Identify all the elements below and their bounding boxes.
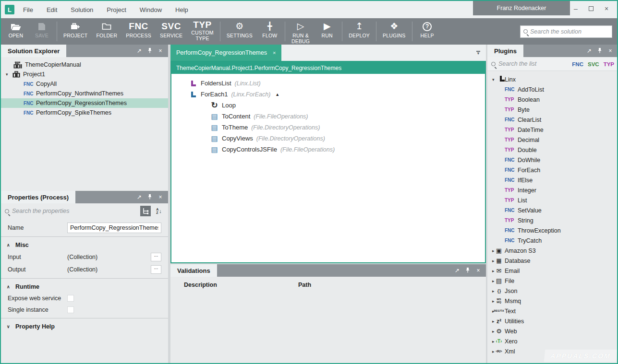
expander-icon[interactable]: ▸	[487, 279, 494, 283]
float-icon[interactable]: ↗	[585, 47, 594, 54]
run-button[interactable]: ▶ RUN	[314, 18, 340, 45]
service-button[interactable]: SVC SERVICE	[156, 18, 187, 45]
flow-node[interactable]: Loop	[171, 100, 485, 111]
document-tab[interactable]: PerformCopy_RegressionThemes ×	[170, 45, 281, 61]
plugin-group[interactable]: ▸ Database	[487, 256, 618, 266]
menu-item[interactable]: Window	[137, 6, 172, 13]
expander-icon[interactable]: ▾	[487, 77, 494, 82]
expander-icon[interactable]: ▸	[487, 329, 494, 334]
flow-node[interactable]: ToContent (File.FileOperations)	[171, 111, 485, 122]
plugin-group[interactable]: ▸ Utilities	[487, 316, 618, 326]
tab-list-dropdown-icon[interactable]: ▼	[476, 51, 480, 55]
settings-button[interactable]: ⚙ SETTINGS	[222, 18, 257, 45]
close-icon[interactable]: ×	[156, 194, 165, 200]
maximize-button[interactable]	[583, 1, 599, 16]
flow-node[interactable]: CopyControlsJSFile (File.FileOperations)	[171, 144, 485, 155]
property-help-section-header[interactable]: ∨ Property Help	[1, 321, 168, 332]
plugin-item[interactable]: TYP Byte	[487, 105, 618, 115]
expander-icon[interactable]: ▸	[487, 299, 494, 304]
plugin-item[interactable]: TYP Boolean	[487, 94, 618, 105]
plugins-search[interactable]	[491, 60, 565, 67]
plugin-item[interactable]: FNC ClearList	[487, 115, 618, 125]
plugin-group[interactable]: ▸ Email	[487, 266, 618, 276]
plugin-item[interactable]: FNC DoWhile	[487, 155, 618, 165]
process-node[interactable]: FNC CopyAll	[1, 79, 168, 89]
solution-search-input[interactable]	[530, 28, 609, 35]
plugin-group[interactable]: ▸ Xero	[487, 336, 618, 346]
name-field[interactable]	[67, 223, 161, 233]
folder-button[interactable]: FOLDER	[92, 18, 121, 45]
expander-icon[interactable]: ▸	[487, 248, 494, 253]
project-button[interactable]: PROJECT	[59, 18, 92, 45]
help-button[interactable]: ? HELP	[414, 18, 440, 45]
filter-toggle[interactable]: FNC	[572, 61, 583, 67]
sort-az-button[interactable]: A Z↓	[154, 206, 164, 216]
run-debug-button[interactable]: ▷ RUN & DEBUG	[287, 18, 314, 45]
expander-icon[interactable]: ▸	[487, 319, 494, 324]
expander-icon[interactable]: ▸	[487, 349, 494, 354]
plugin-group[interactable]: ▸ File	[487, 276, 618, 286]
plugin-group[interactable]: ▸ Msmq	[487, 296, 618, 306]
logged-in-user[interactable]: Franz Rodenacker	[473, 1, 570, 15]
plugin-group[interactable]: ▸ Amazon S3	[487, 246, 618, 256]
plugin-group[interactable]: ▸ Web	[487, 326, 618, 336]
filter-toggle[interactable]: TYP	[604, 61, 614, 67]
project-node[interactable]: ▾ Project1	[1, 70, 168, 79]
plugins-search-input[interactable]	[498, 60, 565, 67]
plugin-item[interactable]: FNC TryCatch	[487, 235, 618, 246]
plugin-item[interactable]: FNC IfElse	[487, 175, 618, 185]
flow-node[interactable]: FoldersList (Linx.List)	[171, 78, 485, 89]
filter-toggle[interactable]: SVC	[588, 61, 599, 67]
plugin-item[interactable]: TYP Double	[487, 145, 618, 155]
flow-node[interactable]: ToTheme (File.DirectoryOperations)	[171, 122, 485, 133]
plugin-group[interactable]: ▸ Text	[487, 306, 618, 316]
expander-icon[interactable]: ▾	[6, 72, 12, 77]
menu-item[interactable]: Solution	[68, 6, 104, 13]
collapse-marker-icon[interactable]: ▲	[275, 92, 279, 97]
deploy-button[interactable]: ↥ DEPLOY	[344, 18, 374, 45]
expander-icon[interactable]: ▸	[487, 258, 494, 263]
expander-icon[interactable]: ▸	[487, 269, 494, 273]
plugin-item[interactable]: TYP String	[487, 215, 618, 225]
properties-search-input[interactable]	[12, 208, 137, 214]
plugin-item[interactable]: TYP DateTime	[487, 125, 618, 135]
flow-button[interactable]: ╋ FLOW	[257, 18, 283, 45]
ellipsis-button[interactable]: ...	[151, 265, 161, 274]
expander-icon[interactable]: ▸	[487, 289, 494, 294]
flow-node[interactable]: CopyViews (File.DirectoryOperations)	[171, 133, 485, 144]
expander-icon[interactable]: ▸	[487, 339, 494, 344]
runtime-section-header[interactable]: ∧ Runtime	[1, 281, 168, 293]
process-node[interactable]: FNC PerformCopy_SpikeThemes	[1, 108, 168, 117]
misc-section-header[interactable]: ∧ Misc	[1, 239, 168, 251]
close-button[interactable]: ×	[599, 1, 614, 16]
pin-icon[interactable]	[145, 47, 154, 55]
solution-search[interactable]	[520, 25, 612, 38]
close-icon[interactable]: ×	[156, 47, 165, 54]
save-button[interactable]: SAVE	[29, 18, 55, 45]
plugin-item[interactable]: FNC AddToList	[487, 84, 618, 94]
menu-item[interactable]: Edit	[44, 6, 68, 13]
plugins-button[interactable]: ❖ PLUGINS	[378, 18, 410, 45]
checkbox[interactable]	[67, 306, 74, 313]
process-button[interactable]: FNC PROCESS	[121, 18, 156, 45]
plugin-item[interactable]: TYP Decimal	[487, 135, 618, 145]
properties-search[interactable]	[5, 208, 137, 214]
plugin-item[interactable]: FNC SetValue	[487, 205, 618, 215]
plugin-item[interactable]: FNC ForEach	[487, 165, 618, 175]
menu-item[interactable]: File	[20, 6, 44, 13]
menu-item[interactable]: Project	[104, 6, 136, 13]
float-icon[interactable]: ↗	[135, 47, 144, 54]
category-view-button[interactable]	[140, 206, 151, 216]
open-button[interactable]: OPEN	[3, 18, 29, 45]
close-icon[interactable]: ×	[606, 47, 615, 54]
checkbox[interactable]	[67, 295, 74, 302]
minimize-button[interactable]: –	[568, 1, 583, 16]
menu-item[interactable]: Help	[172, 6, 199, 13]
plugin-group[interactable]: ▸ Json	[487, 286, 618, 296]
tab-close-icon[interactable]: ×	[273, 50, 276, 56]
pin-icon[interactable]	[595, 47, 604, 55]
pin-icon[interactable]	[145, 194, 154, 201]
expander-icon[interactable]: ▸	[487, 309, 494, 314]
plugin-item[interactable]: TYP List	[487, 195, 618, 205]
float-icon[interactable]: ↗	[453, 267, 461, 274]
